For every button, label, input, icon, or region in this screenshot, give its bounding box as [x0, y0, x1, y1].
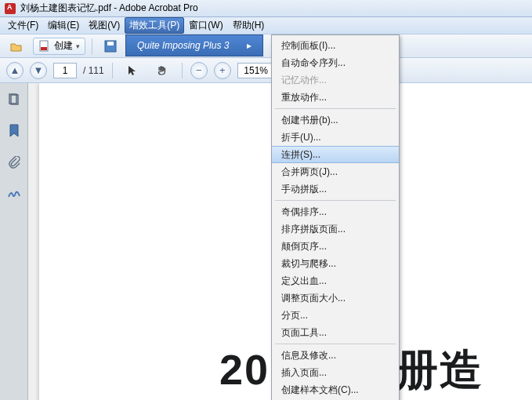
- plus-icon: +: [219, 64, 226, 76]
- menu-item[interactable]: 重放动作...: [272, 89, 399, 106]
- menu-item[interactable]: 调整页面大小...: [272, 289, 399, 307]
- menu-edit[interactable]: 编辑(E): [43, 17, 84, 34]
- zoom-out-button[interactable]: −: [190, 62, 208, 79]
- menu-item[interactable]: 裁切与爬移...: [272, 255, 399, 272]
- toolbar-secondary: ▲ ▼ / 111 − + 151% ▾: [0, 58, 532, 83]
- menu-item[interactable]: 分页...: [272, 307, 399, 324]
- app-icon: [5, 3, 16, 14]
- cursor-icon: [126, 64, 139, 77]
- menu-item[interactable]: 控制面板(I)...: [272, 37, 399, 54]
- svg-rect-3: [107, 42, 114, 45]
- menu-item[interactable]: 连拼(S)...: [272, 146, 399, 163]
- menu-item[interactable]: 手动拼版...: [272, 180, 399, 198]
- sidebar: [0, 83, 28, 400]
- bookmarks-panel-button[interactable]: [7, 124, 21, 138]
- menu-file[interactable]: 文件(F): [3, 17, 43, 34]
- menu-item[interactable]: 创建样本文档(C)...: [272, 381, 399, 398]
- separator: [92, 38, 92, 54]
- menu-item[interactable]: 合并两页(J)...: [272, 163, 399, 180]
- menu-help[interactable]: 帮助(H): [228, 17, 270, 34]
- menu-view[interactable]: 视图(V): [84, 17, 125, 34]
- window-title: 刘杨土建图表记忆.pdf - Adobe Acrobat Pro: [20, 2, 198, 15]
- thumbnails-panel-button[interactable]: [7, 93, 21, 107]
- signatures-panel-button[interactable]: [7, 187, 21, 201]
- page-down-button[interactable]: ▼: [30, 62, 47, 79]
- menu-item[interactable]: 排序拼版页面...: [272, 220, 399, 238]
- arrow-down-icon: ▼: [34, 64, 44, 76]
- minus-icon: −: [196, 64, 202, 76]
- menu-item[interactable]: 折手(U)...: [272, 129, 399, 146]
- arrow-up-icon: ▲: [10, 64, 20, 76]
- select-tool-button[interactable]: [121, 62, 144, 79]
- menu-item[interactable]: 插入页面...: [272, 364, 399, 381]
- menu-separator: [275, 200, 396, 201]
- svg-rect-1: [41, 47, 47, 50]
- page-total-label: / 111: [83, 65, 104, 76]
- separator: [112, 63, 113, 78]
- menubar: 文件(F) 编辑(E) 视图(V) 增效工具(P) 窗口(W) 帮助(H): [0, 17, 532, 35]
- menu-window[interactable]: 窗口(W): [184, 17, 227, 34]
- plugins-submenu-dropdown: 控制面板(I)...自动命令序列...记忆动作...重放动作...创建书册(b)…: [271, 35, 400, 400]
- menu-item[interactable]: 奇偶排序...: [272, 203, 399, 220]
- dropdown-arrow-icon: ▾: [76, 42, 80, 50]
- folder-open-icon: [10, 40, 23, 53]
- menu-separator: [275, 344, 396, 344]
- content-area: 201 国注册造: [0, 83, 532, 400]
- page-number-input[interactable]: [53, 63, 77, 78]
- attachments-panel-button[interactable]: [7, 155, 21, 169]
- submenu-label: Quite Imposing Plus 3: [137, 40, 229, 51]
- menu-item[interactable]: 创建书册(b)...: [272, 111, 399, 129]
- toolbar-primary: 创建 ▾ Quite Imposing Plus 3 ▸: [0, 35, 532, 58]
- submenu-quite-imposing[interactable]: Quite Imposing Plus 3 ▸: [125, 35, 263, 56]
- menu-item[interactable]: 自动命令序列...: [272, 54, 399, 71]
- menu-item[interactable]: 颠倒页序...: [272, 238, 399, 255]
- submenu-arrow-icon: ▸: [247, 40, 252, 51]
- create-button[interactable]: 创建 ▾: [33, 38, 85, 55]
- create-label: 创建: [54, 39, 73, 53]
- zoom-in-button[interactable]: +: [214, 62, 231, 79]
- menu-separator: [275, 108, 396, 109]
- open-button[interactable]: [5, 38, 28, 55]
- menu-item[interactable]: 信息及修改...: [272, 347, 399, 364]
- menu-item[interactable]: 页面工具...: [272, 324, 399, 341]
- titlebar: 刘杨土建图表记忆.pdf - Adobe Acrobat Pro: [0, 0, 532, 17]
- menu-item: 记忆动作...: [272, 71, 399, 89]
- hand-tool-button[interactable]: [150, 62, 174, 79]
- menu-plugins[interactable]: 增效工具(P): [125, 17, 184, 34]
- save-button[interactable]: [99, 38, 122, 55]
- save-icon: [104, 40, 117, 53]
- page-up-button[interactable]: ▲: [6, 62, 24, 79]
- zoom-level-display[interactable]: 151%: [237, 63, 275, 78]
- create-pdf-icon: [38, 40, 51, 53]
- separator: [182, 63, 183, 78]
- hand-icon: [156, 64, 168, 77]
- menu-item[interactable]: 定义出血...: [272, 272, 399, 289]
